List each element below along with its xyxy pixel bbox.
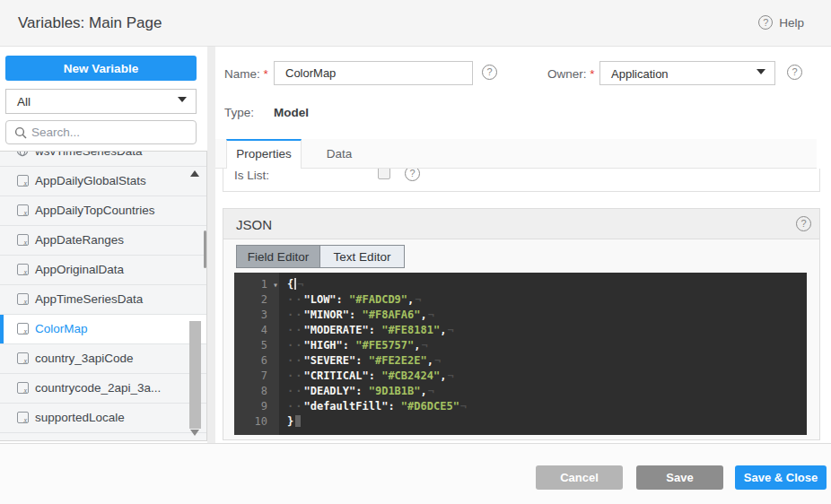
tab-properties[interactable]: Properties bbox=[226, 139, 302, 169]
name-input[interactable] bbox=[274, 61, 473, 85]
type-value: Model bbox=[274, 106, 309, 119]
scroll-down-arrow-icon[interactable] bbox=[190, 430, 199, 436]
line-number: 10 bbox=[234, 414, 267, 430]
variable-filter-select[interactable]: All bbox=[5, 89, 197, 114]
is-list-help-icon[interactable] bbox=[405, 169, 420, 181]
variable-icon bbox=[17, 293, 29, 305]
new-variable-button[interactable]: New Variable bbox=[5, 56, 197, 81]
variable-icon bbox=[17, 382, 29, 394]
variable-name: supportedLocale bbox=[35, 411, 125, 424]
properties-panel: Is List: bbox=[223, 169, 820, 192]
json-help-icon[interactable] bbox=[796, 216, 811, 231]
editor-gutter: 1▾2345678910 bbox=[234, 273, 279, 435]
variable-name: wsvTimeSeriesData bbox=[35, 151, 143, 158]
chevron-down-icon bbox=[757, 69, 765, 74]
globe-icon bbox=[16, 151, 29, 157]
line-number: 8 bbox=[234, 384, 267, 399]
code-line: ··"MODERATE": "#FE8181",¬ bbox=[287, 323, 807, 338]
code-line: ··"SEVERE": "#FE2E2E",¬ bbox=[287, 353, 807, 369]
is-list-label: Is List: bbox=[234, 169, 269, 182]
variable-search bbox=[5, 120, 197, 144]
scroll-up-arrow-icon[interactable] bbox=[190, 170, 199, 177]
variable-list: wsvTimeSeriesDataAppDailyGlobalStatsAppD… bbox=[0, 151, 207, 441]
variable-list-item[interactable]: ColorMap bbox=[0, 315, 206, 344]
editor-tabbar: Properties Data bbox=[215, 139, 817, 169]
editor-code[interactable]: {¬··"LOW": "#FADCD9",¬··"MINOR": "#F8AFA… bbox=[279, 273, 807, 435]
help-link[interactable]: Help bbox=[758, 15, 804, 30]
editor-end-marker bbox=[295, 415, 301, 427]
variable-list-item[interactable]: wsvTimeSeriesData bbox=[0, 151, 206, 167]
variable-list-item[interactable]: AppDateRanges bbox=[0, 226, 206, 256]
editor-mode-toggle: Field Editor Text Editor bbox=[236, 245, 405, 268]
variable-list-item[interactable]: countrycode_2api_3a... bbox=[0, 374, 206, 404]
variable-list-item[interactable]: AppDailyTopCountries bbox=[0, 196, 206, 226]
text-editor-button[interactable]: Text Editor bbox=[320, 246, 404, 267]
search-input[interactable] bbox=[31, 121, 193, 143]
chevron-down-icon bbox=[178, 97, 187, 102]
variable-icon bbox=[17, 264, 29, 275]
fold-arrow-icon[interactable]: ▾ bbox=[273, 277, 278, 292]
name-label: Name: * bbox=[224, 67, 268, 81]
list-scrollbar-thumb[interactable] bbox=[189, 321, 201, 429]
variable-name: countrycode_2api_3a... bbox=[35, 381, 161, 395]
search-icon bbox=[14, 126, 28, 140]
owner-label: Owner: * bbox=[547, 67, 595, 81]
code-line: {¬ bbox=[287, 277, 807, 292]
save-and-close-button[interactable]: Save & Close bbox=[735, 465, 827, 490]
line-number: 6 bbox=[234, 353, 267, 369]
variable-name: AppDailyGlobalStats bbox=[35, 174, 146, 187]
code-line: ··"defaultFill": "#D6DCE5"¬ bbox=[287, 399, 807, 414]
variable-icon bbox=[17, 175, 29, 187]
page-title: Variables: Main Page bbox=[18, 14, 162, 32]
line-number: 3 bbox=[234, 308, 267, 323]
variable-name: country_3apiCode bbox=[35, 352, 134, 365]
code-line: ··"LOW": "#FADCD9",¬ bbox=[287, 292, 807, 308]
filter-selected-value: All bbox=[17, 95, 31, 109]
code-line: ··"CRITICAL": "#CB2424",¬ bbox=[287, 369, 807, 384]
code-line: ··"HIGH": "#FE5757",¬ bbox=[287, 338, 807, 353]
save-button[interactable]: Save bbox=[636, 465, 723, 490]
line-number: 1▾ bbox=[234, 277, 267, 292]
editor-cursor bbox=[294, 278, 296, 290]
variable-list-item[interactable]: AppDailyGlobalStats bbox=[0, 167, 206, 196]
variable-list-item[interactable]: supportedLocale bbox=[0, 404, 206, 433]
line-number: 2 bbox=[234, 292, 267, 308]
native-scrollbar-thumb[interactable] bbox=[204, 230, 206, 268]
help-icon bbox=[758, 15, 773, 30]
variable-icon bbox=[17, 352, 29, 364]
cancel-button[interactable]: Cancel bbox=[536, 465, 623, 490]
tab-data[interactable]: Data bbox=[312, 139, 366, 169]
variable-icon bbox=[17, 204, 29, 216]
field-editor-button[interactable]: Field Editor bbox=[237, 246, 320, 267]
code-line: } bbox=[287, 414, 807, 430]
variable-name: ColorMap bbox=[35, 322, 88, 335]
required-asterisk: * bbox=[264, 67, 268, 81]
sidebar-main-divider bbox=[207, 47, 215, 443]
name-help-icon[interactable] bbox=[482, 65, 497, 80]
variable-list-item[interactable]: country_3apiCode bbox=[0, 344, 206, 374]
variable-name: AppDailyTopCountries bbox=[35, 204, 155, 217]
footer-bar: Cancel Save Save & Close bbox=[0, 443, 831, 504]
variable-icon bbox=[17, 412, 29, 423]
json-section: JSON Field Editor Text Editor 1▾23456789… bbox=[223, 208, 820, 440]
help-label: Help bbox=[779, 16, 804, 30]
json-code-editor[interactable]: 1▾2345678910 {¬··"LOW": "#FADCD9",¬··"MI… bbox=[234, 273, 807, 435]
variable-list-item[interactable]: AppTimeSeriesData bbox=[0, 285, 206, 315]
json-section-title: JSON bbox=[236, 217, 272, 232]
variable-name: AppDateRanges bbox=[35, 233, 124, 247]
code-line: ··"MINOR": "#F8AFA6",¬ bbox=[287, 308, 807, 323]
type-label: Type: bbox=[224, 106, 254, 119]
required-asterisk: * bbox=[590, 67, 594, 81]
variable-icon bbox=[17, 323, 29, 335]
line-number: 9 bbox=[234, 399, 267, 414]
owner-select[interactable]: Application bbox=[599, 61, 775, 85]
page-header: Variables: Main Page Help bbox=[0, 0, 831, 47]
owner-help-icon[interactable] bbox=[787, 65, 802, 80]
json-section-header: JSON bbox=[223, 209, 819, 239]
line-number: 5 bbox=[234, 338, 267, 353]
variable-list-item[interactable]: AppOriginalData bbox=[0, 256, 206, 285]
variable-editor-panel: Name: * Owner: * Application Type: Model… bbox=[215, 47, 826, 443]
line-number: 7 bbox=[234, 369, 267, 384]
line-number: 4 bbox=[234, 323, 267, 338]
is-list-checkbox[interactable] bbox=[378, 169, 390, 179]
